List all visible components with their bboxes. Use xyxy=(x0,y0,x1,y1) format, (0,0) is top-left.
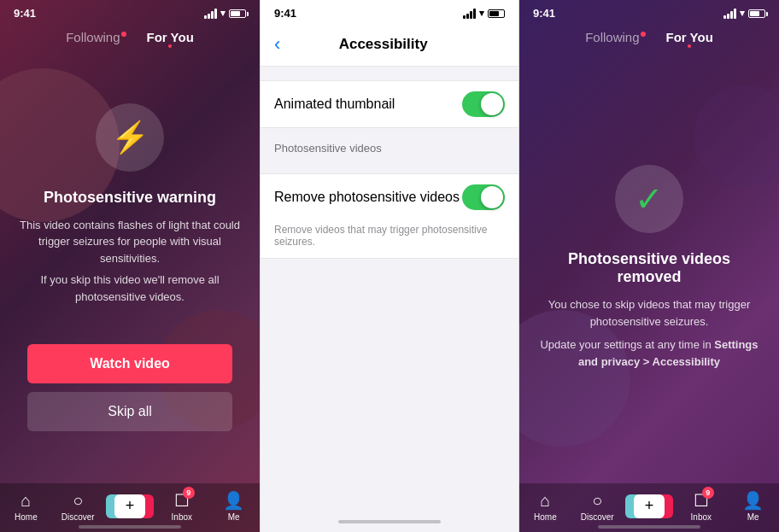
right-home-icon: ⌂ xyxy=(540,491,550,511)
right-nav-me[interactable]: 👤 Me xyxy=(733,490,774,522)
right-following-dot xyxy=(641,32,646,37)
left-warning-content: ⚡ Photosensitive warning This video cont… xyxy=(0,51,260,483)
left-tab-foryou[interactable]: For You xyxy=(147,30,194,44)
left-panel: 9:41 ▾ Following For You ⚡ Photosensiti xyxy=(0,0,260,532)
left-nav-me[interactable]: 👤 Me xyxy=(214,490,255,522)
right-panel: 9:41 ▾ Following For You ✓ Photosensiti xyxy=(519,0,779,532)
discover-icon: ○ xyxy=(73,491,83,511)
right-discover-icon: ○ xyxy=(592,491,602,511)
right-nav-inbox[interactable]: ☐ 9 Inbox xyxy=(681,490,722,522)
removed-desc-1: You chose to skip videos that may trigge… xyxy=(536,296,762,330)
following-dot xyxy=(121,32,126,37)
warning-desc-1: This video contains flashes of light tha… xyxy=(17,217,243,267)
wifi-icon: ▾ xyxy=(220,8,226,19)
me-label: Me xyxy=(228,512,240,522)
remove-toggle-knob xyxy=(481,186,503,208)
right-nav-home[interactable]: ⌂ Home xyxy=(524,491,565,522)
remove-photosensitive-label: Remove photosensitive videos xyxy=(274,190,460,205)
right-discover-label: Discover xyxy=(581,512,614,522)
left-tab-following[interactable]: Following xyxy=(66,30,126,44)
warning-title: Photosensitive warning xyxy=(44,189,216,207)
right-nav-tabs: Following For You xyxy=(519,23,779,51)
right-me-label: Me xyxy=(747,512,759,522)
right-wifi-icon: ▾ xyxy=(740,8,745,19)
accessibility-header: ‹ Accessibility xyxy=(261,23,518,67)
right-signal-icon xyxy=(723,9,736,19)
right-status-icons: ▾ xyxy=(723,8,765,19)
right-bottom-nav: ⌂ Home ○ Discover + ☐ 9 Inbox 👤 Me xyxy=(519,483,779,532)
remove-photosensitive-toggle[interactable] xyxy=(462,184,505,210)
photosensitive-section-header: Photosensitive videos xyxy=(261,128,518,160)
mid-battery-icon xyxy=(488,9,505,18)
removed-title: Photosensitive videos removed xyxy=(536,250,762,286)
right-inbox-label: Inbox xyxy=(691,512,712,522)
animated-thumbnail-label: Animated thumbnail xyxy=(274,96,395,112)
battery-icon xyxy=(229,9,246,18)
middle-time: 9:41 xyxy=(274,7,296,20)
left-status-bar: 9:41 ▾ xyxy=(0,0,260,23)
checkmark-icon: ✓ xyxy=(635,179,664,219)
right-nav-discover[interactable]: ○ Discover xyxy=(577,491,618,522)
watch-video-button[interactable]: Watch video xyxy=(27,344,232,383)
profile-icon: 👤 xyxy=(223,490,244,511)
right-inbox-badge: 9 xyxy=(702,487,714,499)
back-button[interactable]: ‹ xyxy=(274,33,280,56)
right-battery-icon xyxy=(748,9,765,18)
right-status-bar: 9:41 ▾ xyxy=(519,0,779,23)
inbox-badge-container: ☐ 9 xyxy=(174,490,190,511)
inbox-badge: 9 xyxy=(183,487,195,499)
remove-photosensitive-row: Remove photosensitive videos xyxy=(261,174,518,220)
left-nav-home[interactable]: ⌂ Home xyxy=(5,491,46,522)
plus-icon: + xyxy=(114,494,145,518)
photosensitive-desc: Remove videos that may trigger photosens… xyxy=(261,220,518,258)
removed-desc-2: Update your settings at any time in Sett… xyxy=(536,336,762,370)
middle-status-bar: 9:41 ▾ xyxy=(261,0,518,23)
check-icon-circle: ✓ xyxy=(615,165,683,233)
create-button[interactable]: + xyxy=(111,494,149,518)
photosensitive-section: Remove photosensitive videos Remove vide… xyxy=(261,173,518,259)
home-label: Home xyxy=(15,512,38,522)
toggle-knob xyxy=(481,93,503,115)
mid-wifi-icon: ▾ xyxy=(479,8,484,19)
animated-thumbnail-row: Animated thumbnail xyxy=(261,81,518,127)
signal-icon xyxy=(204,9,217,19)
right-removed-content: ✓ Photosensitive videos removed You chos… xyxy=(519,51,779,483)
left-status-icons: ▾ xyxy=(204,8,246,19)
warning-icon-circle: ⚡ xyxy=(96,103,164,172)
animated-thumbnail-section: Animated thumbnail xyxy=(261,80,518,128)
lightning-icon: ⚡ xyxy=(111,120,149,155)
right-tab-following[interactable]: Following xyxy=(585,30,645,44)
right-home-label: Home xyxy=(534,512,557,522)
right-nav-create[interactable]: + xyxy=(629,494,670,518)
right-plus-icon: + xyxy=(634,494,665,518)
warning-desc-2: If you skip this video we'll remove all … xyxy=(17,272,243,305)
middle-status-icons: ▾ xyxy=(463,8,505,19)
left-time: 9:41 xyxy=(14,7,36,20)
accessibility-title: Accessibility xyxy=(287,36,479,53)
discover-label: Discover xyxy=(62,512,95,522)
animated-thumbnail-toggle[interactable] xyxy=(462,91,505,117)
mid-signal-icon xyxy=(463,9,476,19)
skip-all-button[interactable]: Skip all xyxy=(27,392,232,431)
middle-home-bar xyxy=(261,505,518,532)
middle-panel: 9:41 ▾ ‹ Accessibility Animated thumbnai… xyxy=(260,0,519,532)
home-indicator xyxy=(338,520,441,523)
left-nav-discover[interactable]: ○ Discover xyxy=(57,491,98,522)
left-nav-inbox[interactable]: ☐ 9 Inbox xyxy=(161,490,202,522)
right-profile-icon: 👤 xyxy=(742,490,764,511)
left-bottom-nav: ⌂ Home ○ Discover + ☐ 9 Inbox 👤 Me xyxy=(0,483,260,532)
left-nav-tabs: Following For You xyxy=(0,23,260,51)
inbox-label: Inbox xyxy=(172,512,192,522)
right-time: 9:41 xyxy=(533,7,555,20)
right-inbox-badge-container: ☐ 9 xyxy=(694,490,709,511)
right-tab-foryou[interactable]: For You xyxy=(666,30,713,44)
left-nav-create[interactable]: + xyxy=(109,494,150,518)
right-create-button[interactable]: + xyxy=(630,494,668,518)
home-icon: ⌂ xyxy=(20,491,31,511)
